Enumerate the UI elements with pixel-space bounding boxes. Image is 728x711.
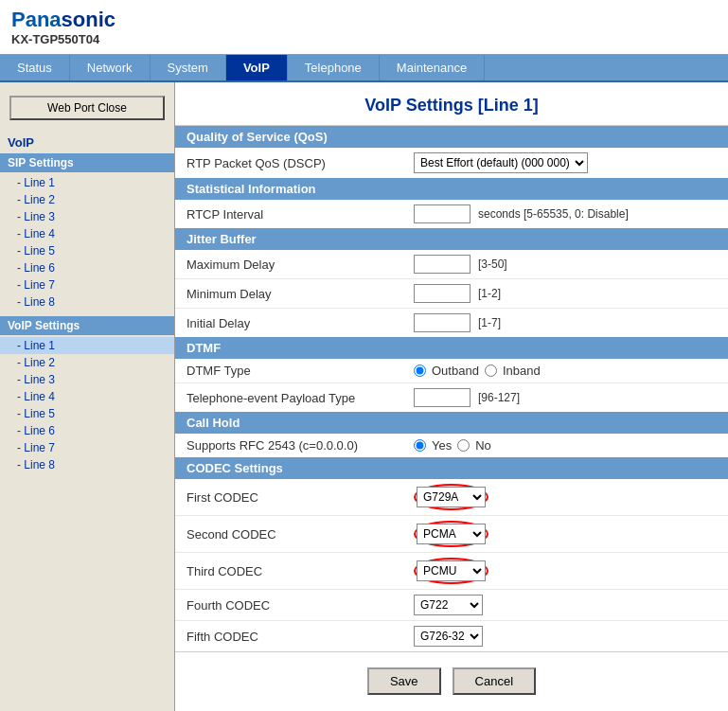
rtcp-hint: seconds [5-65535, 0: Disable]	[478, 207, 629, 221]
sidebar-sip-line5[interactable]: - Line 5	[0, 242, 174, 259]
jitter-header: Jitter Buffer	[175, 228, 728, 250]
sidebar-sip-line8[interactable]: - Line 8	[0, 293, 174, 311]
sidebar-sip-line6[interactable]: - Line 6	[0, 259, 174, 276]
codec-label-1: First CODEC	[186, 490, 414, 505]
callhold-yes-radio[interactable]	[414, 439, 426, 452]
codec-label-2: Second CODEC	[186, 527, 414, 542]
max-delay-row: Maximum Delay 20 [3-50]	[175, 250, 728, 279]
sidebar-sip-line7[interactable]: - Line 7	[0, 276, 174, 293]
dtmf-payload-hint: [96-127]	[478, 391, 520, 404]
sidebar-sip-line2[interactable]: - Line 2	[0, 191, 174, 208]
qos-rtp-row: RTP Packet QoS (DSCP) Best Effort (defau…	[175, 148, 728, 178]
sidebar-voip-line6[interactable]: - Line 6	[0, 422, 174, 439]
codec-highlight-2: PCMAG729APCMUG722G726-32None	[414, 521, 488, 547]
dtmf-inband-label: Inband	[503, 364, 541, 378]
nav-voip[interactable]: VoIP	[226, 55, 288, 80]
min-delay-label: Minimum Delay	[186, 287, 414, 301]
nav-system[interactable]: System	[151, 55, 226, 80]
callhold-no-radio[interactable]	[457, 439, 470, 452]
sidebar-voip-line8[interactable]: - Line 8	[0, 456, 174, 473]
dtmf-inband-radio[interactable]	[485, 364, 497, 377]
codec-select-4[interactable]: G722PCMUPCMAG729AG726-32None	[414, 595, 483, 615]
callhold-section: Call Hold Supports RFC 2543 (c=0.0.0.0) …	[175, 412, 728, 457]
callhold-rfc-row: Supports RFC 2543 (c=0.0.0.0) Yes No	[175, 434, 728, 457]
sidebar-sip-line3[interactable]: - Line 3	[0, 208, 174, 225]
codec-select-3[interactable]: PCMUPCMAG729AG722G726-32None	[417, 560, 486, 581]
sidebar-voip-line3[interactable]: - Line 3	[0, 371, 174, 388]
jitter-section: Jitter Buffer Maximum Delay 20 [3-50] Mi…	[175, 228, 728, 337]
codec-highlight-3: PCMUPCMAG729AG722G726-32None	[414, 558, 488, 584]
sidebar-voip-line5[interactable]: - Line 5	[0, 405, 174, 422]
rtcp-input[interactable]: 0	[414, 204, 471, 223]
codec-highlight-1: G729APCMAPCMUG722G726-32None	[414, 484, 488, 510]
nav-status[interactable]: Status	[0, 55, 70, 80]
dtmf-type-row: DTMF Type Outband Inband	[175, 359, 728, 383]
sidebar-voip-line1[interactable]: - Line 1	[0, 337, 174, 354]
page-title: VoIP Settings [Line 1]	[175, 82, 728, 126]
nav-telephone[interactable]: Telephone	[288, 55, 380, 80]
statistical-section: Statistical Information RTCP Interval 0 …	[175, 178, 728, 228]
callhold-header: Call Hold	[175, 412, 728, 434]
sidebar-voip-line4[interactable]: - Line 4	[0, 388, 174, 405]
sidebar-sip-line1[interactable]: - Line 1	[0, 174, 174, 191]
sidebar-sip-line4[interactable]: - Line 4	[0, 225, 174, 242]
codec-row-3: Third CODECPCMUPCMAG729AG722G726-32None	[175, 553, 728, 590]
sidebar-voip-line7[interactable]: - Line 7	[0, 439, 174, 456]
dtmf-outband-label: Outband	[432, 364, 479, 378]
cancel-button[interactable]: Cancel	[453, 667, 536, 695]
navbar: Status Network System VoIP Telephone Mai…	[0, 55, 728, 82]
dtmf-payload-label: Telephone-event Payload Type	[186, 391, 414, 405]
codec-label-5: Fifth CODEC	[186, 630, 414, 644]
nav-network[interactable]: Network	[70, 55, 151, 80]
codec-label-4: Fourth CODEC	[186, 598, 414, 613]
dtmf-header: DTMF	[175, 337, 728, 359]
codec-row-1: First CODECG729APCMAPCMUG722G726-32None	[175, 479, 728, 516]
layout: Web Port Close VoIP SIP Settings - Line …	[0, 82, 728, 711]
web-port-close-button[interactable]: Web Port Close	[9, 96, 165, 120]
sidebar: Web Port Close VoIP SIP Settings - Line …	[0, 82, 175, 711]
codec-rows: First CODECG729APCMAPCMUG722G726-32NoneS…	[175, 479, 728, 651]
max-delay-input[interactable]: 20	[414, 255, 471, 274]
min-delay-row: Minimum Delay 2 [1-2]	[175, 279, 728, 309]
voip-section-title: VoIP	[0, 130, 174, 151]
sidebar-voip-line2[interactable]: - Line 2	[0, 354, 174, 371]
init-delay-input[interactable]: 2	[414, 313, 471, 332]
main-content: VoIP Settings [Line 1] Quality of Servic…	[175, 82, 728, 711]
init-delay-label: Initial Delay	[186, 316, 414, 330]
callhold-yes-label: Yes	[432, 438, 452, 453]
max-delay-hint: [3-50]	[478, 258, 507, 271]
min-delay-hint: [1-2]	[478, 287, 501, 300]
qos-section: Quality of Service (QoS) RTP Packet QoS …	[175, 126, 728, 178]
codec-section: CODEC Settings First CODECG729APCMAPCMUG…	[175, 457, 728, 651]
header: Panasonic KX-TGP550T04	[0, 0, 728, 55]
rtp-dscp-select[interactable]: Best Effort (default) (000 000)CS1 (001 …	[414, 152, 588, 173]
codec-row-5: Fifth CODECG726-32G722PCMUPCMAG729ANone	[175, 621, 728, 651]
min-delay-input[interactable]: 2	[414, 284, 471, 303]
dtmf-section: DTMF DTMF Type Outband Inband Telephone-…	[175, 337, 728, 412]
init-delay-hint: [1-7]	[478, 316, 501, 329]
dtmf-outband-radio[interactable]	[414, 364, 426, 377]
save-button[interactable]: Save	[367, 667, 441, 695]
codec-row-2: Second CODECPCMAG729APCMUG722G726-32None	[175, 516, 728, 553]
callhold-no-label: No	[475, 438, 491, 453]
codec-row-4: Fourth CODECG722PCMUPCMAG729AG726-32None	[175, 590, 728, 621]
logo: Panasonic KX-TGP550T04	[11, 8, 115, 46]
dtmf-payload-input[interactable]: 101	[414, 388, 471, 407]
codec-select-1[interactable]: G729APCMAPCMUG722G726-32None	[417, 487, 486, 507]
rtp-label: RTP Packet QoS (DSCP)	[186, 156, 414, 170]
rtcp-label: RTCP Interval	[186, 207, 414, 222]
nav-maintenance[interactable]: Maintenance	[380, 55, 485, 80]
codec-select-2[interactable]: PCMAG729APCMUG722G726-32None	[417, 524, 486, 544]
dtmf-payload-row: Telephone-event Payload Type 101 [96-127…	[175, 383, 728, 412]
sip-settings-group: SIP Settings	[0, 153, 174, 172]
voip-settings-group: VoIP Settings	[0, 316, 174, 335]
rtcp-row: RTCP Interval 0 seconds [5-65535, 0: Dis…	[175, 200, 728, 228]
codec-select-5[interactable]: G726-32G722PCMUPCMAG729ANone	[414, 626, 483, 647]
footer: Save Cancel	[175, 651, 728, 710]
statistical-header: Statistical Information	[175, 178, 728, 200]
qos-header: Quality of Service (QoS)	[175, 126, 728, 148]
codec-label-3: Third CODEC	[186, 564, 414, 578]
max-delay-label: Maximum Delay	[186, 258, 414, 272]
init-delay-row: Initial Delay 2 [1-7]	[175, 309, 728, 337]
callhold-rfc-label: Supports RFC 2543 (c=0.0.0.0)	[186, 438, 414, 453]
